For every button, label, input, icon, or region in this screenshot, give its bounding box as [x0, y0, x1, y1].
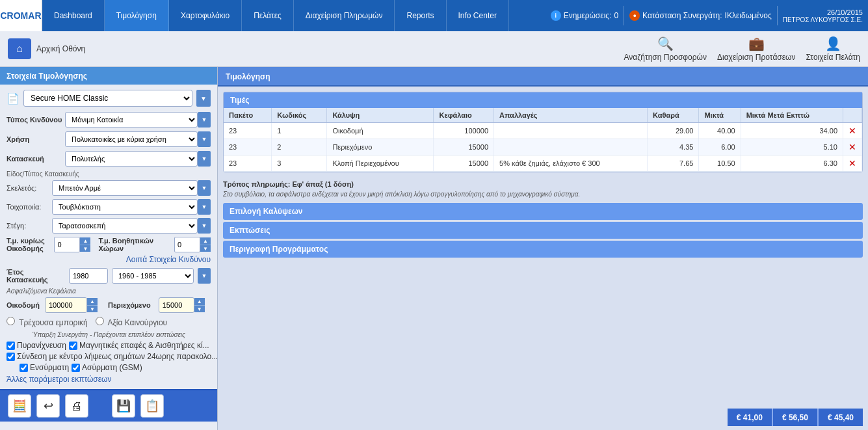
accordion-ekptoseis[interactable]: Εκπτώσεις [223, 222, 863, 239]
table-row: 23 1 Οικοδομή 100000 29.00 40.00 34.00 ✕ [224, 123, 862, 139]
alloi-parametroi-link[interactable]: Άλλες παράμετροι εκπτώσεων [7, 375, 211, 384]
sqm-main-down[interactable]: ▼ [80, 245, 90, 252]
oikodomi-down[interactable]: ▼ [87, 305, 98, 312]
stegi-btn[interactable]: ▼ [198, 218, 211, 234]
kataskevi-label: Κατασκευή [7, 155, 65, 163]
nav-tab-reports[interactable]: Reports [395, 0, 446, 31]
periehomeno-label: Περιεχόμενο [108, 301, 151, 309]
save-btn[interactable]: 💾 [112, 394, 135, 418]
search-offers-action[interactable]: 🔍 Αναζήτηση Προσφορών [624, 36, 707, 62]
th-kefalio: Κεφάλαιο [434, 108, 494, 123]
product-select-row: 📄 Secure HOME ClassicSecure HOME PlusSec… [7, 90, 211, 107]
product-select-arrow[interactable]: ▼ [196, 90, 211, 107]
td-kathara: 29.00 [648, 123, 699, 139]
td-kefalio: 100000 [434, 123, 494, 139]
print-btn[interactable]: 🖨 [65, 394, 88, 418]
checkbox-ensirmati[interactable]: Ενσύρματη [20, 363, 69, 372]
typoskindinou-btn[interactable]: ▼ [198, 112, 211, 128]
prices-section: Τιμές Πακέτο Κωδικός Κάλυψη Κεφάλαιο Απα… [223, 92, 863, 172]
td-apalages [494, 139, 648, 155]
etos-range-btn[interactable]: ▼ [198, 268, 211, 284]
th-kathara: Καθαρά [648, 108, 699, 123]
th-mikta-ekpt: Μικτά Μετά Εκπτώ [741, 108, 843, 123]
nav-divider2 [777, 6, 778, 25]
checkbox-sindesi[interactable]: Σύνδεση με κέντρο λήψεως σημάτων 24ωρης … [7, 352, 218, 361]
undo-btn[interactable]: ↩ [36, 394, 60, 418]
stegi-select[interactable]: Ταρατσοσκεπή [52, 218, 198, 234]
nav-tab-timologisi[interactable]: Τιμολόγηση [105, 0, 169, 31]
stegi-label: Στέγη: [7, 222, 52, 230]
td-mikta: 6.00 [699, 139, 741, 155]
oikodomi-input[interactable] [45, 297, 87, 313]
nav-tab-diaxeirisi[interactable]: Διαχείριση Πληρωμών [294, 0, 395, 31]
kataskevi-select[interactable]: Πολυτελής [65, 151, 198, 167]
radio-kainourio[interactable]: Αξία Καινούργιου [96, 317, 167, 327]
nav-divider [624, 6, 624, 25]
sqm-aux-input[interactable] [174, 237, 200, 252]
totals-row: € 41,00 € 56,50 € 45,40 [218, 405, 868, 430]
sqm-aux-up[interactable]: ▲ [200, 237, 211, 245]
accordion-perigrafi[interactable]: Περιγραφή Προγράμματος [223, 241, 863, 258]
manage-proposals-action[interactable]: 💼 Διαχείριση Προτάσεων [717, 36, 795, 62]
sqm-main-spinners: ▲ ▼ [80, 237, 90, 252]
kataskevi-row: Κατασκευή Πολυτελής ▼ [7, 151, 211, 167]
kataskevi-btn[interactable]: ▼ [198, 151, 211, 167]
checkbox-magnhtikes[interactable]: Μαγνητικές επαφές & Αισθητήρες κί... [69, 341, 209, 350]
xrisi-select[interactable]: Πολυκατοικίες με κύρια χρήση [65, 131, 198, 147]
xrisi-btn[interactable]: ▼ [198, 131, 211, 147]
delete-row-btn[interactable]: ✕ [843, 123, 862, 139]
bottom-toolbar: 🧮 ↩ 🖨 💾 📋 [0, 389, 217, 422]
total-box-1: € 41,00 [728, 409, 772, 426]
periehomeno-down[interactable]: ▼ [194, 305, 205, 312]
checkbox-piranixnefsi[interactable]: Πυρανίχνευση [7, 341, 66, 350]
sqm-aux-down[interactable]: ▼ [200, 245, 211, 252]
logo-text: CROMAR [1, 10, 42, 21]
td-kathara: 7.65 [648, 155, 699, 172]
logo: CROMAR [0, 0, 42, 31]
payment-section: Τρόπος πληρωμής: Εφ' άπαξ (1 δόση) Στο σ… [223, 178, 863, 200]
home-button[interactable]: ⌂ [8, 38, 31, 59]
product-select[interactable]: Secure HOME ClassicSecure HOME PlusSecur… [23, 90, 192, 107]
etos-input[interactable] [69, 268, 108, 284]
typoskindinou-row: Τύπος Κινδύνου Μόνιμη Κατοικία ▼ [7, 112, 211, 128]
etos-label: Έτος Κατασκευής [7, 268, 65, 284]
checkbox-asirmati[interactable]: Ασύρματη (GSM) [72, 363, 142, 372]
td-kwdikos: 2 [272, 139, 327, 155]
nav-tabs: Dashboard Τιμολόγηση Χαρτοφυλάκιο Πελάτε… [42, 0, 546, 31]
skeleton-btn[interactable]: ▼ [198, 180, 211, 196]
sqm-main-input[interactable] [54, 237, 80, 252]
typoskindinou-select[interactable]: Μόνιμη Κατοικία [65, 112, 198, 128]
accordion-kalipseon[interactable]: Επιλογή Καλύψεων [223, 203, 863, 220]
periehomeno-up[interactable]: ▲ [194, 298, 205, 305]
oikodomi-up[interactable]: ▲ [87, 298, 98, 305]
skeleton-select[interactable]: Μπετόν Αρμέ [52, 180, 198, 196]
delete-row-btn[interactable]: ✕ [843, 139, 862, 155]
nav-tab-dashboard[interactable]: Dashboard [42, 0, 105, 31]
copy-btn[interactable]: 📋 [140, 394, 164, 418]
checkbox-row-3: Ενσύρματη Ασύρματη (GSM) [7, 363, 211, 372]
calculator-btn[interactable]: 🧮 [8, 394, 31, 418]
sub-header: ⌂ Αρχική Οθόνη 🔍 Αναζήτηση Προσφορών 💼 Δ… [0, 31, 868, 67]
etos-range-select[interactable]: 1960 - 1985 [112, 268, 194, 284]
table-row: 23 2 Περιεχόμενο 15000 4.35 6.00 5.10 ✕ [224, 139, 862, 155]
toixopoiia-select[interactable]: Τουβλόκτιστη [52, 199, 198, 215]
sqm-main-up[interactable]: ▲ [80, 237, 90, 245]
client-details-action[interactable]: 👤 Στοιχεία Πελάτη [806, 36, 860, 62]
radio-trexousa[interactable]: Τρέχουσα εμπορική [7, 317, 88, 327]
delete-row-btn[interactable]: ✕ [843, 155, 862, 172]
td-paketo: 23 [224, 139, 272, 155]
toixopoiia-btn[interactable]: ▼ [198, 199, 211, 215]
nav-tab-pelates[interactable]: Πελάτες [242, 0, 294, 31]
notifications-area: i Ενημερώσεις: 0 [551, 10, 618, 21]
breadcrumb: Αρχική Οθόνη [36, 44, 85, 53]
oikodomi-label: Οικοδομή [7, 301, 40, 309]
right-panel-header: Τιμολόγηση [218, 67, 868, 87]
extra-link[interactable]: Λοιπά Στοιχεία Κινδύνου [7, 255, 211, 264]
td-apalages: 5% κάθε ζημιάς, ελάχιστο € 300 [494, 155, 648, 172]
oikodomi-row: Οικοδομή ▲ ▼ Περιεχόμενο ▲ ▼ [7, 297, 211, 313]
nav-tab-infocenter[interactable]: Info Center [447, 0, 509, 31]
nav-tab-chartofylakio[interactable]: Χαρτοφυλάκιο [169, 0, 242, 31]
asfalizomena-label: Ασφαλιζόμενα Κεφάλαια [7, 288, 211, 295]
nav-right-area: i Ενημερώσεις: 0 ● Κατάσταση Συνεργάτη: … [546, 0, 868, 31]
periehomeno-input[interactable] [159, 297, 194, 313]
